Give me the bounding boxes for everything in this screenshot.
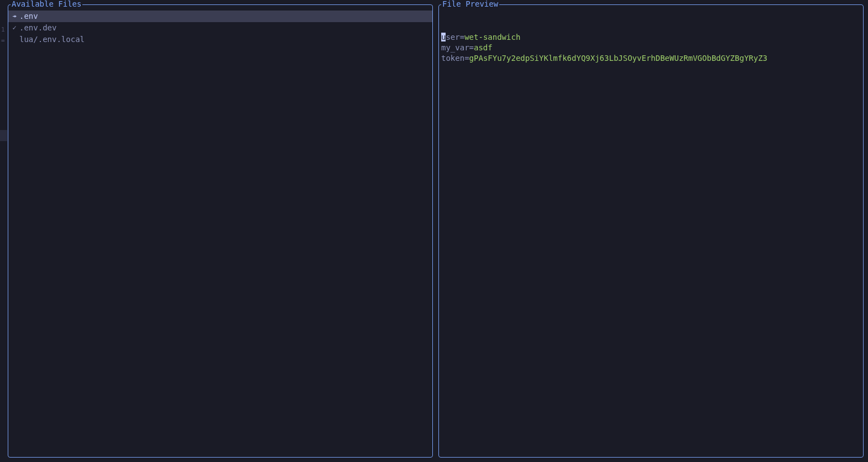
preview-line: token=gPAsFYu7y2edpSiYKlmfk6dYQ9Xj63LbJS… (441, 53, 861, 64)
env-value: wet-sandwich (464, 33, 520, 41)
preview-content: user=wet-sandwichmy_var=asdftoken=gPAsFY… (439, 11, 863, 64)
preview-line: user=wet-sandwich (441, 32, 861, 43)
preview-line: my_var=asdf (441, 43, 861, 53)
main-container: Available Files ↠.env✓.env.dev lua/.env.… (0, 0, 868, 462)
check-icon: ✓ (11, 23, 18, 33)
gutter-line-number: 1 (1, 26, 5, 33)
file-item[interactable]: lua/.env.local (8, 34, 432, 45)
env-value: asdf (474, 43, 493, 52)
available-files-panel: Available Files ↠.env✓.env.dev lua/.env.… (8, 4, 433, 458)
file-preview-panel: File Preview user=wet-sandwichmy_var=asd… (438, 4, 864, 458)
file-preview-title: File Preview (441, 0, 499, 8)
env-key: user (441, 33, 460, 41)
env-equals: = (469, 43, 474, 52)
file-item[interactable]: ✓.env.dev (8, 22, 432, 34)
file-name: lua/.env.local (18, 34, 85, 45)
file-name: .env.dev (18, 23, 56, 33)
env-value: gPAsFYu7y2edpSiYKlmfk6dYQ9Xj63LbJSOyvErh… (469, 54, 767, 63)
file-item[interactable]: ↠.env (8, 11, 432, 22)
file-list: ↠.env✓.env.dev lua/.env.local (8, 11, 432, 45)
gutter-scroll-indicator (0, 130, 7, 141)
env-equals: = (460, 33, 464, 41)
cursor: u (441, 33, 446, 41)
env-key: my_var (441, 43, 469, 52)
env-equals: = (464, 54, 469, 63)
file-list-content: ↠.env✓.env.dev lua/.env.local (8, 5, 432, 457)
env-key: token (441, 54, 464, 63)
preview-content-wrapper: user=wet-sandwichmy_var=asdftoken=gPAsFY… (439, 5, 863, 457)
available-files-title: Available Files (11, 0, 82, 8)
file-name: .env (18, 11, 38, 22)
gutter-symbol: = (1, 37, 5, 44)
arrow-icon: ↠ (11, 11, 18, 22)
